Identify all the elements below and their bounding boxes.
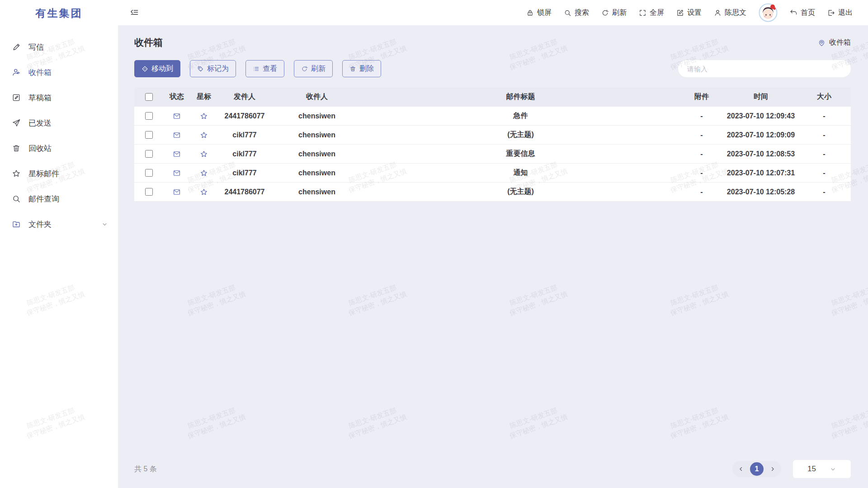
- app-logo: 有生集团: [0, 0, 118, 26]
- refresh-button[interactable]: 刷新: [294, 60, 333, 77]
- star-icon[interactable]: [200, 188, 208, 196]
- table-row[interactable]: cikl777 chensiwen (无主题) - 2023-07-10 12:…: [134, 126, 851, 145]
- refresh-icon: [301, 66, 308, 72]
- cell-recipient: chensiwen: [272, 112, 362, 120]
- row-checkbox[interactable]: [145, 131, 153, 139]
- sidebar-item-sent[interactable]: 已发送: [0, 110, 118, 136]
- cell-subject: (无主题): [362, 187, 679, 197]
- cell-size: -: [797, 188, 851, 196]
- sidebar-item-drafts[interactable]: 草稿箱: [0, 85, 118, 110]
- pagination: 1 15: [732, 460, 851, 478]
- content: 收件箱 收件箱 移动到 标记为 查看 刷新 删除: [118, 25, 868, 488]
- user-avatar[interactable]: [759, 3, 778, 22]
- page-number[interactable]: 1: [750, 462, 764, 476]
- table-row[interactable]: cikl777 chensiwen 重要信息 - 2023-07-10 12:0…: [134, 145, 851, 164]
- star-icon[interactable]: [200, 150, 208, 158]
- sidebar-item-compose[interactable]: 写信: [0, 34, 118, 60]
- topbar-item-label: 首页: [801, 8, 815, 18]
- cell-time: 2023-07-10 12:07:31: [724, 169, 797, 177]
- button-label: 移动到: [151, 64, 173, 74]
- user-received-icon: [12, 68, 21, 77]
- mark-as-button[interactable]: 标记为: [190, 60, 236, 77]
- move-to-button[interactable]: 移动到: [134, 60, 180, 77]
- sidebar-item-folders[interactable]: 文件夹: [0, 211, 118, 237]
- topbar-item-label: 陈思文: [725, 8, 746, 18]
- location-pin-icon: [818, 39, 826, 47]
- topbar-actions: 锁屏 搜索 刷新 全屏 设置 陈思文 首页 退出: [526, 3, 853, 22]
- topbar-item-refresh[interactable]: 刷新: [601, 8, 627, 18]
- draft-icon: [12, 93, 21, 102]
- logout-icon: [827, 9, 835, 17]
- sidebar-item-label: 写信: [28, 42, 44, 52]
- sidebar-item-mail-search[interactable]: 邮件查询: [0, 186, 118, 211]
- topbar-item-label: 锁屏: [537, 8, 552, 18]
- column-header-status: 状态: [163, 92, 190, 102]
- sidebar-item-label: 已发送: [28, 118, 52, 128]
- breadcrumb: 收件箱: [818, 38, 851, 47]
- delete-button[interactable]: 删除: [342, 60, 381, 77]
- table-row[interactable]: cikl777 chensiwen 通知 - 2023-07-10 12:07:…: [134, 164, 851, 183]
- sidebar-item-inbox[interactable]: 收件箱: [0, 60, 118, 85]
- row-checkbox[interactable]: [145, 188, 153, 196]
- column-header-subject: 邮件标题: [362, 92, 679, 102]
- topbar-item-home[interactable]: 首页: [790, 8, 815, 18]
- cell-size: -: [797, 131, 851, 139]
- page-size-select[interactable]: 15: [793, 460, 851, 478]
- cell-recipient: chensiwen: [272, 131, 362, 139]
- table-header-row: 状态 星标 发件人 收件人 邮件标题 附件 时间 大小: [134, 87, 851, 107]
- cell-sender: cikl777: [217, 131, 272, 139]
- topbar-item-settings[interactable]: 设置: [676, 8, 702, 18]
- select-all-checkbox[interactable]: [145, 93, 153, 101]
- column-header-attachment: 附件: [679, 92, 724, 102]
- cell-recipient: chensiwen: [272, 169, 362, 177]
- list-icon: [253, 66, 259, 72]
- sidebar-item-starred[interactable]: 星标邮件: [0, 161, 118, 186]
- next-page-icon[interactable]: [769, 466, 776, 472]
- row-checkbox[interactable]: [145, 169, 153, 177]
- cell-time: 2023-07-10 12:09:43: [724, 112, 797, 120]
- column-header-size: 大小: [797, 92, 851, 102]
- topbar-item-label: 设置: [687, 8, 702, 18]
- star-icon: [12, 169, 21, 178]
- app-window: 有生集团 写信 收件箱 草稿箱 已发送 回收站 星标邮件 邮件查询 文件夹: [0, 0, 868, 488]
- refresh-icon: [601, 9, 609, 17]
- sidebar-item-label: 邮件查询: [28, 194, 59, 204]
- star-icon[interactable]: [200, 169, 208, 177]
- topbar-item-fullscreen[interactable]: 全屏: [639, 8, 664, 18]
- row-checkbox[interactable]: [145, 112, 153, 120]
- cell-sender: cikl777: [217, 150, 272, 158]
- topbar-item-search[interactable]: 搜索: [564, 8, 589, 18]
- table-body: 2441786077 chensiwen 急件 - 2023-07-10 12:…: [134, 107, 851, 202]
- cell-time: 2023-07-10 12:08:53: [724, 150, 797, 158]
- cell-attachment: -: [679, 150, 724, 158]
- row-checkbox[interactable]: [145, 150, 153, 158]
- chevron-down-icon: [830, 466, 836, 473]
- cell-size: -: [797, 169, 851, 177]
- table-row[interactable]: 2441786077 chensiwen 急件 - 2023-07-10 12:…: [134, 107, 851, 126]
- topbar-item-user-menu[interactable]: 陈思文: [714, 8, 746, 18]
- table-row[interactable]: 2441786077 chensiwen (无主题) - 2023-07-10 …: [134, 183, 851, 202]
- sidebar-item-recycle[interactable]: 回收站: [0, 136, 118, 161]
- cell-attachment: -: [679, 169, 724, 177]
- total-count: 共 5 条: [134, 465, 157, 474]
- star-icon[interactable]: [200, 131, 208, 139]
- user-icon: [714, 9, 722, 17]
- search-input[interactable]: [678, 60, 851, 77]
- button-label: 标记为: [207, 64, 229, 74]
- envelope-icon: [173, 112, 181, 120]
- search-icon: [12, 194, 21, 203]
- topbar-item-logout[interactable]: 退出: [827, 8, 853, 18]
- toolbar: 移动到 标记为 查看 刷新 删除: [134, 60, 851, 77]
- cell-size: -: [797, 112, 851, 120]
- menu-fold-icon[interactable]: [130, 8, 139, 17]
- edit-square-icon: [676, 9, 684, 17]
- view-button[interactable]: 查看: [245, 60, 284, 77]
- footer: 共 5 条 1 15: [134, 460, 851, 488]
- topbar-item-lock-screen[interactable]: 锁屏: [526, 8, 552, 18]
- star-icon[interactable]: [200, 112, 208, 120]
- column-header-time: 时间: [724, 92, 797, 102]
- cell-subject: 重要信息: [362, 149, 679, 159]
- prev-page-icon[interactable]: [738, 466, 744, 472]
- topbar-item-label: 刷新: [612, 8, 627, 18]
- cell-subject: 急件: [362, 111, 679, 121]
